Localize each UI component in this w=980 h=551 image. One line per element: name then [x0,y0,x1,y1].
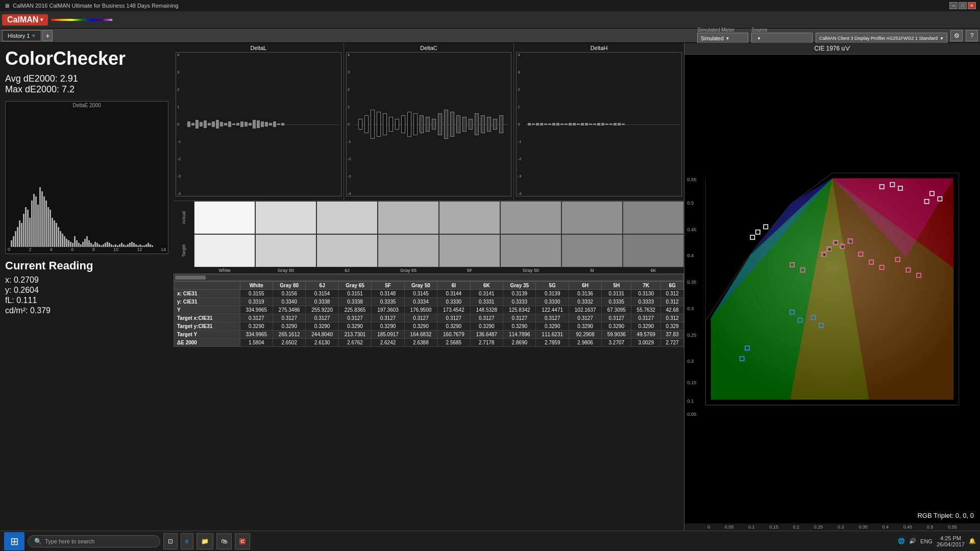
table-col-header: 6H [569,282,601,290]
table-col-header: 5H [602,282,631,290]
svg-point-20 [841,245,844,248]
tab-history[interactable]: History 1 ✕ [2,30,41,41]
settings-icon-btn[interactable]: ⚙ [950,30,963,41]
hist-bar [27,210,29,247]
profiler-dropdown[interactable]: CalMAN Client 3 Display Profiler AG251FW… [816,33,947,44]
table-cell: 197.3603 [372,306,404,314]
table-cell: 0.3290 [338,322,371,331]
tab-bar: History 1 ✕ + Simulated Meter Simulated … [0,29,980,43]
h-scroll-thumb[interactable] [175,276,206,280]
table-cell: 0.3141 [470,290,503,298]
data-table-area[interactable]: WhiteGray 806JGray 655FGray 506I6KGray 3… [174,281,684,531]
table-cell: 265.1612 [273,331,305,339]
target-swatch [623,234,684,267]
taskbar: ⊞ 🔍 Type here to search ⊡ e 📁 🛍 C 🌐 🔊 EN… [0,531,980,551]
deltaC-bar [389,117,393,131]
chart-bar [265,122,268,126]
taskbar-folder-button[interactable]: 📁 [197,533,213,549]
table-cell: 0.3338 [338,298,371,306]
hist-bar [125,245,127,247]
hist-bar [41,191,43,247]
hist-bar [80,244,82,247]
table-cell: 0.3330 [437,298,470,306]
hist-bar [39,187,41,247]
deltaC-bar [487,117,491,131]
calman-logo: CalMAN ▾ [2,14,48,26]
tab-add-button[interactable]: + [42,30,53,41]
h-scroll[interactable] [174,274,684,281]
source-dropdown[interactable]: ▼ [751,33,813,44]
taskbar-search[interactable]: 🔍 Type here to search [28,535,160,547]
tab-close-icon[interactable]: ✕ [32,33,36,38]
cd-value: cd/m²: 0.379 [5,306,168,315]
hist-bar [45,201,47,247]
table-cell: 0.3290 [404,322,437,331]
deltaC-bar [377,112,381,137]
table-cell: 42.68 [661,306,684,314]
table-row-label: Target y:CIE31 [174,322,240,331]
taskbar-ie-button[interactable]: e [181,533,193,549]
table-cell: 0.3148 [372,290,404,298]
hist-bar [21,223,22,247]
hist-bar [13,236,14,247]
table-cell: 2.6502 [273,339,305,347]
hist-bar [76,240,78,247]
start-button[interactable]: ⊞ [4,532,24,550]
close-button[interactable]: ✕ [968,2,976,9]
hist-bar [88,240,90,247]
taskbar-calman-button[interactable]: C [235,533,251,549]
table-cell: 225.8365 [338,306,371,314]
logo-dropdown-arrow[interactable]: ▾ [40,17,43,22]
hist-bar [103,244,104,247]
lang-indicator: ENG [920,538,933,544]
hist-bar [52,218,53,247]
table-row-label: x: CIE31 [174,290,240,298]
taskbar-store-button[interactable]: 🛍 [216,533,232,549]
deltaC-bar [383,113,387,135]
actual-swatch [316,201,378,234]
rainbow-bar [51,19,112,21]
notifications-icon[interactable]: 🔔 [969,538,976,544]
swatches-section: Actual Target WhiteGray 806JGray 655FGra… [174,201,684,274]
target-swatch [316,234,378,267]
table-cell: 334.9965 [240,331,273,339]
profiler-group: CalMAN Client 3 Display Profiler AG251FW… [816,27,947,44]
deltaC-bar [371,110,375,138]
svg-text:0.15: 0.15 [687,380,696,385]
deltaC-bar [481,115,485,133]
table-cell: 2.6762 [338,339,371,347]
chart-bar [224,123,227,126]
hist-bar [94,242,96,247]
maximize-button[interactable]: □ [959,2,967,9]
simulated-meter-dropdown[interactable]: Simulated ▼ [697,33,748,44]
hist-bar [135,244,137,247]
table-cell: 0.3338 [306,298,338,306]
hist-bar [96,243,98,247]
minimize-button[interactable]: ─ [949,2,958,9]
table-cell: 111.6231 [536,331,569,339]
table-cell: 0.3127 [569,314,601,322]
table-col-header: White [240,282,273,290]
hist-bar [107,242,108,247]
table-cell: 0.3127 [631,314,661,322]
chart-bar [257,120,260,128]
deltaC-bar [420,115,424,133]
table-cell: 0.3127 [470,314,503,322]
target-swatch [500,234,561,267]
swatch-label: 6J [316,267,378,273]
chart-bar [249,123,252,126]
chart-bar [208,123,211,126]
chart-bar [589,123,592,125]
taskbar-view-button[interactable]: ⊡ [163,533,178,549]
table-col-header: 7K [631,282,661,290]
hist-bar [123,244,125,247]
simulated-meter-label: Simulated Meter [697,27,748,33]
table-cell: 176.9500 [404,306,437,314]
table-cell: 0.3127 [338,314,371,322]
table-cell: 2.6242 [372,339,404,347]
svg-rect-14 [764,224,768,229]
help-icon-btn[interactable]: ? [966,30,978,41]
target-swatch [255,234,316,267]
deltaC-bar [364,115,369,133]
svg-text:0.05: 0.05 [687,412,696,417]
